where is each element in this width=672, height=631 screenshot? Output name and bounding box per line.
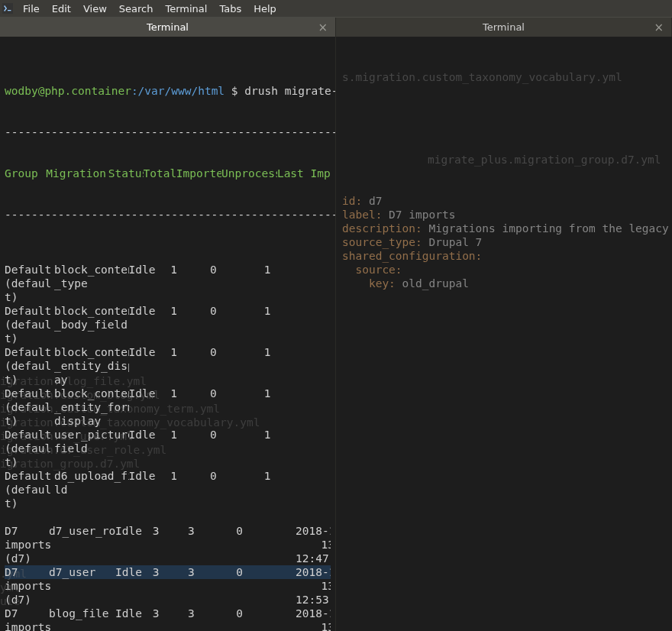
header-status: Status (108, 167, 144, 180)
table-row: t) (5, 290, 331, 304)
yaml-line: source_type: Drupal 7 (342, 235, 667, 249)
yaml-line: id: d7 (342, 194, 667, 208)
svg-rect-0 (2, 3, 13, 14)
terminal-pane-right[interactable]: s.migration.custom_taxonomy_vocabulary.y… (336, 37, 672, 631)
menu-help[interactable]: Help (247, 3, 283, 15)
yaml-line: shared_configuration: (342, 249, 667, 263)
table-row: t) (5, 332, 331, 345)
header-imported: Imported (176, 167, 221, 180)
tab-close-1[interactable]: × (318, 21, 328, 34)
yaml-line: description: Migrations importing from t… (342, 222, 667, 235)
table-row: imports13 (5, 579, 331, 593)
menu-edit[interactable]: Edit (46, 3, 77, 15)
table-row: (d7)12:47:40 (5, 552, 331, 565)
table-row: t) (5, 497, 331, 510)
table-row: t) (5, 455, 331, 469)
header-unprocessed: Unprocessed (221, 167, 277, 180)
table-row: Defaultblock_contentIdle101 (5, 304, 331, 318)
menu-file[interactable]: File (17, 3, 46, 15)
prompt-path: :/var/www/html (131, 85, 231, 97)
table-row: imports13 (5, 620, 331, 631)
file-path-line-2: migrate_plus.migration_group.d7.yml (342, 153, 667, 167)
file-path-line-1: s.migration.custom_taxonomy_vocabulary.y… (342, 70, 667, 84)
table-row: (defaul_entity_displ (5, 359, 331, 373)
menu-search[interactable]: Search (113, 3, 160, 15)
yaml-line: label: D7 imports (342, 208, 667, 222)
prompt-line: wodby@php.container:/var/www/html $ drus… (5, 84, 331, 98)
menu-terminal[interactable]: Terminal (159, 3, 213, 15)
yaml-content: id: d7label: D7 importsdescription: Migr… (342, 194, 667, 290)
header-group: Group (5, 167, 46, 180)
terminal-app-icon (2, 3, 13, 14)
tab-terminal-1[interactable]: Terminal × (0, 18, 336, 37)
header-migration: Migration ID (46, 167, 108, 180)
table-row: D7blog_fileIdle3302018-11- (5, 607, 331, 620)
table-row: Defaultblock_contentIdle101 (5, 387, 331, 400)
tab-title-2: Terminal (483, 21, 525, 33)
table-row: (defaul_type (5, 277, 331, 290)
header-last: Last Imported (277, 167, 331, 180)
tab-terminal-2[interactable]: Terminal × (336, 18, 672, 37)
table-row: (defaulld (5, 483, 331, 497)
table-row: (defaul_body_field (5, 318, 331, 332)
tabbar: Terminal × Terminal × (0, 17, 672, 37)
tab-title-1: Terminal (147, 21, 189, 33)
table-row: (defaulfield (5, 442, 331, 455)
table-row: Defaultblock_contentIdle101 (5, 263, 331, 277)
separator-top: ----------------------------------------… (5, 125, 331, 139)
command-text: drush migrate-status (244, 85, 336, 97)
table-row: imports13 (5, 538, 331, 552)
table-row: D7d7_user_roleIdle3302018-11- (5, 524, 331, 538)
table-row: Defaultuser_picture_Idle101 (5, 428, 331, 442)
menu-tabs[interactable]: Tabs (213, 3, 247, 15)
tab-close-2[interactable]: × (654, 21, 664, 34)
menu-view[interactable]: View (77, 3, 113, 15)
table-row: D7d7_userIdle3302018-11- (5, 565, 331, 579)
prompt-symbol: $ (231, 85, 244, 97)
menubar[interactable]: File Edit View Search Terminal Tabs Help (0, 0, 672, 17)
yaml-line: key: old_drupal (342, 277, 667, 290)
table-header: Group Migration ID Status Total Imported… (5, 167, 331, 180)
table-row: (defaul_entity_form_ (5, 400, 331, 414)
separator-mid: ----------------------------------------… (5, 208, 331, 222)
header-total: Total (144, 167, 176, 180)
prompt-user: wodby@php.container (5, 85, 131, 97)
table-body: Defaultblock_contentIdle101(defaul_typet… (5, 263, 331, 631)
table-row: t)display (5, 414, 331, 428)
table-row: (d7)12:53:12 (5, 593, 331, 607)
table-row: Defaultblock_contentIdle101 (5, 345, 331, 359)
table-row: t)ay (5, 373, 331, 387)
yaml-line: source: (342, 263, 667, 277)
terminal-pane-left[interactable]: wodby@php.container:/var/www/html $ drus… (0, 37, 336, 631)
table-row: Defaultd6_upload_fieIdle101 (5, 469, 331, 483)
